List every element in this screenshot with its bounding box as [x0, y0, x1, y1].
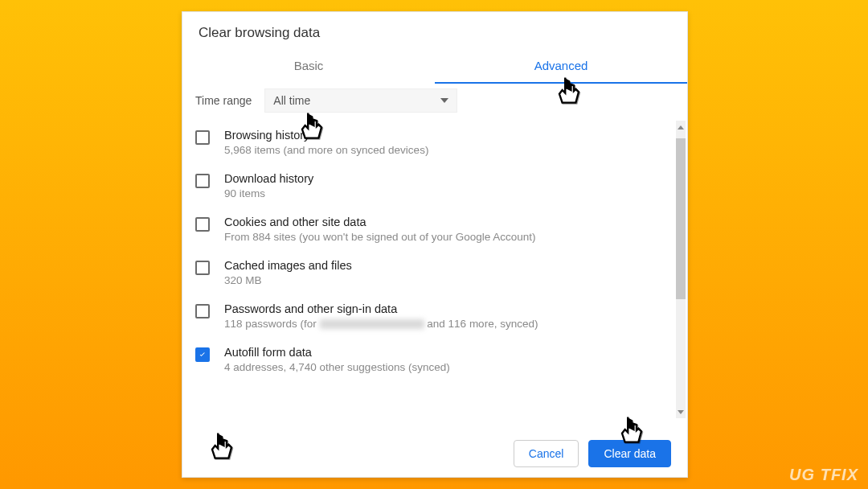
list-item: Cached images and files 320 MB: [182, 251, 673, 294]
time-range-select[interactable]: All time: [264, 88, 457, 113]
tab-basic[interactable]: Basic: [182, 49, 435, 84]
checkbox-browsing-history[interactable]: [195, 130, 210, 145]
item-title: Cookies and other site data: [224, 216, 536, 228]
redacted-text: [320, 319, 424, 329]
tab-advanced[interactable]: Advanced: [435, 49, 687, 84]
checkbox-autofill[interactable]: [195, 347, 210, 362]
item-subtitle: From 884 sites (you won't be signed out …: [224, 231, 536, 243]
checkbox-cached[interactable]: [195, 261, 210, 275]
item-subtitle: 118 passwords (for and 116 more, synced): [224, 318, 538, 330]
clear-data-button[interactable]: Clear data: [588, 440, 671, 467]
scroll-down-icon[interactable]: [676, 407, 686, 417]
list-item: Passwords and other sign-in data 118 pas…: [182, 294, 673, 338]
list-item: Cookies and other site data From 884 sit…: [182, 208, 673, 251]
checkbox-cookies[interactable]: [195, 217, 210, 232]
dialog-title: Clear browsing data: [182, 12, 687, 49]
list-item: Browsing history 5,968 items (and more o…: [182, 121, 673, 164]
scrollbar-thumb[interactable]: [676, 138, 686, 299]
dialog-footer: Cancel Clear data: [182, 430, 687, 477]
checkbox-download-history[interactable]: [195, 174, 210, 188]
watermark-text: UG TFIX: [789, 466, 858, 484]
scroll-up-icon[interactable]: [676, 122, 686, 132]
tab-bar: Basic Advanced: [182, 49, 687, 84]
cancel-button[interactable]: Cancel: [514, 440, 579, 467]
time-range-row: Time range All time: [182, 84, 687, 121]
options-list: Browsing history 5,968 items (and more o…: [182, 121, 687, 418]
chevron-down-icon: [440, 98, 448, 103]
item-subtitle: 320 MB: [224, 274, 352, 286]
item-title: Browsing history: [224, 129, 428, 142]
item-subtitle: 90 items: [224, 187, 313, 199]
item-subtitle: 5,968 items (and more on synced devices): [224, 144, 428, 156]
time-range-label: Time range: [195, 94, 252, 107]
clear-browsing-data-dialog: Clear browsing data Basic Advanced Time …: [182, 11, 688, 478]
item-title: Cached images and files: [224, 259, 352, 272]
checkbox-passwords[interactable]: [195, 304, 210, 318]
list-item: Download history 90 items: [182, 164, 673, 208]
list-item: Autofill form data 4 addresses, 4,740 ot…: [182, 338, 673, 381]
item-title: Autofill form data: [224, 346, 450, 359]
time-range-value: All time: [273, 94, 310, 107]
item-subtitle: 4 addresses, 4,740 other suggestions (sy…: [224, 361, 450, 373]
item-title: Passwords and other sign-in data: [224, 302, 538, 315]
item-title: Download history: [224, 172, 313, 185]
